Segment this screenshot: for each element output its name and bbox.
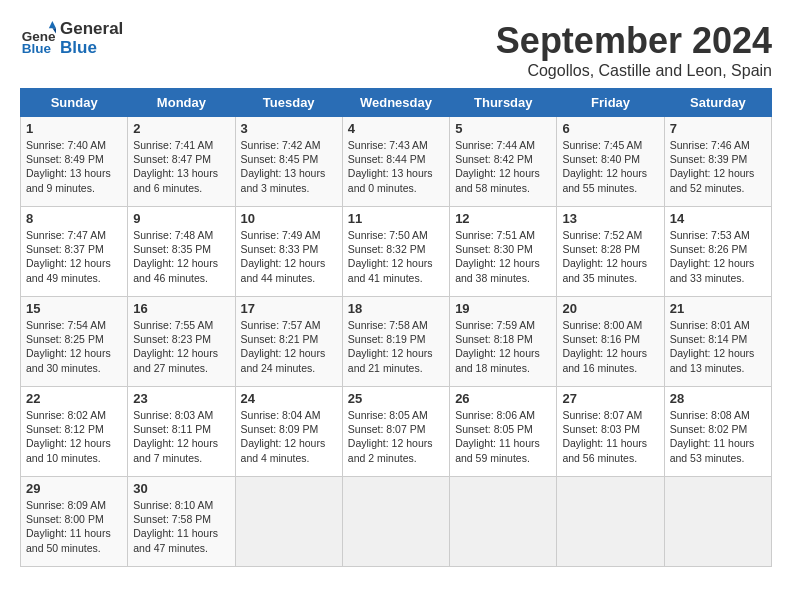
day-info: Sunrise: 8:08 AMSunset: 8:02 PMDaylight:… — [670, 409, 755, 464]
day-info: Sunrise: 8:04 AMSunset: 8:09 PMDaylight:… — [241, 409, 326, 464]
calendar-week-4: 22 Sunrise: 8:02 AMSunset: 8:12 PMDaylig… — [21, 387, 772, 477]
calendar-cell: 26 Sunrise: 8:06 AMSunset: 8:05 PMDaylig… — [450, 387, 557, 477]
day-info: Sunrise: 7:40 AMSunset: 8:49 PMDaylight:… — [26, 139, 111, 194]
day-number: 17 — [241, 301, 337, 316]
day-number: 9 — [133, 211, 229, 226]
calendar-cell: 21 Sunrise: 8:01 AMSunset: 8:14 PMDaylig… — [664, 297, 771, 387]
day-info: Sunrise: 7:57 AMSunset: 8:21 PMDaylight:… — [241, 319, 326, 374]
calendar-week-5: 29 Sunrise: 8:09 AMSunset: 8:00 PMDaylig… — [21, 477, 772, 567]
calendar-cell: 4 Sunrise: 7:43 AMSunset: 8:44 PMDayligh… — [342, 117, 449, 207]
calendar-cell: 13 Sunrise: 7:52 AMSunset: 8:28 PMDaylig… — [557, 207, 664, 297]
day-info: Sunrise: 7:49 AMSunset: 8:33 PMDaylight:… — [241, 229, 326, 284]
page-header: General Blue General Blue September 2024… — [20, 20, 772, 80]
calendar-cell: 27 Sunrise: 8:07 AMSunset: 8:03 PMDaylig… — [557, 387, 664, 477]
calendar-cell — [557, 477, 664, 567]
calendar-cell: 5 Sunrise: 7:44 AMSunset: 8:42 PMDayligh… — [450, 117, 557, 207]
day-info: Sunrise: 7:44 AMSunset: 8:42 PMDaylight:… — [455, 139, 540, 194]
calendar-cell: 28 Sunrise: 8:08 AMSunset: 8:02 PMDaylig… — [664, 387, 771, 477]
day-number: 8 — [26, 211, 122, 226]
day-info: Sunrise: 7:51 AMSunset: 8:30 PMDaylight:… — [455, 229, 540, 284]
month-title: September 2024 — [496, 20, 772, 62]
calendar-cell — [450, 477, 557, 567]
weekday-header-monday: Monday — [128, 89, 235, 117]
calendar-cell: 10 Sunrise: 7:49 AMSunset: 8:33 PMDaylig… — [235, 207, 342, 297]
day-number: 25 — [348, 391, 444, 406]
calendar-cell — [664, 477, 771, 567]
day-info: Sunrise: 7:48 AMSunset: 8:35 PMDaylight:… — [133, 229, 218, 284]
calendar-cell: 1 Sunrise: 7:40 AMSunset: 8:49 PMDayligh… — [21, 117, 128, 207]
calendar-cell: 20 Sunrise: 8:00 AMSunset: 8:16 PMDaylig… — [557, 297, 664, 387]
day-info: Sunrise: 7:45 AMSunset: 8:40 PMDaylight:… — [562, 139, 647, 194]
day-number: 4 — [348, 121, 444, 136]
day-info: Sunrise: 7:54 AMSunset: 8:25 PMDaylight:… — [26, 319, 111, 374]
day-info: Sunrise: 7:58 AMSunset: 8:19 PMDaylight:… — [348, 319, 433, 374]
calendar-cell — [235, 477, 342, 567]
day-number: 7 — [670, 121, 766, 136]
day-info: Sunrise: 8:01 AMSunset: 8:14 PMDaylight:… — [670, 319, 755, 374]
day-number: 19 — [455, 301, 551, 316]
title-block: September 2024 Cogollos, Castille and Le… — [496, 20, 772, 80]
calendar-cell: 7 Sunrise: 7:46 AMSunset: 8:39 PMDayligh… — [664, 117, 771, 207]
calendar-cell: 24 Sunrise: 8:04 AMSunset: 8:09 PMDaylig… — [235, 387, 342, 477]
day-number: 18 — [348, 301, 444, 316]
weekday-header-saturday: Saturday — [664, 89, 771, 117]
calendar-cell: 15 Sunrise: 7:54 AMSunset: 8:25 PMDaylig… — [21, 297, 128, 387]
day-number: 14 — [670, 211, 766, 226]
day-number: 27 — [562, 391, 658, 406]
day-number: 24 — [241, 391, 337, 406]
day-number: 20 — [562, 301, 658, 316]
day-number: 28 — [670, 391, 766, 406]
location-title: Cogollos, Castille and Leon, Spain — [496, 62, 772, 80]
weekday-header-friday: Friday — [557, 89, 664, 117]
day-number: 2 — [133, 121, 229, 136]
calendar-cell: 14 Sunrise: 7:53 AMSunset: 8:26 PMDaylig… — [664, 207, 771, 297]
svg-text:Blue: Blue — [22, 41, 52, 56]
calendar-cell — [342, 477, 449, 567]
day-number: 11 — [348, 211, 444, 226]
day-number: 23 — [133, 391, 229, 406]
calendar-week-2: 8 Sunrise: 7:47 AMSunset: 8:37 PMDayligh… — [21, 207, 772, 297]
day-info: Sunrise: 8:05 AMSunset: 8:07 PMDaylight:… — [348, 409, 433, 464]
day-info: Sunrise: 8:00 AMSunset: 8:16 PMDaylight:… — [562, 319, 647, 374]
calendar-cell: 11 Sunrise: 7:50 AMSunset: 8:32 PMDaylig… — [342, 207, 449, 297]
day-number: 22 — [26, 391, 122, 406]
day-number: 5 — [455, 121, 551, 136]
calendar-cell: 19 Sunrise: 7:59 AMSunset: 8:18 PMDaylig… — [450, 297, 557, 387]
day-info: Sunrise: 8:06 AMSunset: 8:05 PMDaylight:… — [455, 409, 540, 464]
day-info: Sunrise: 8:10 AMSunset: 7:58 PMDaylight:… — [133, 499, 218, 554]
day-number: 21 — [670, 301, 766, 316]
day-info: Sunrise: 7:55 AMSunset: 8:23 PMDaylight:… — [133, 319, 218, 374]
day-info: Sunrise: 8:09 AMSunset: 8:00 PMDaylight:… — [26, 499, 111, 554]
day-number: 30 — [133, 481, 229, 496]
weekday-header-wednesday: Wednesday — [342, 89, 449, 117]
day-number: 1 — [26, 121, 122, 136]
day-info: Sunrise: 7:46 AMSunset: 8:39 PMDaylight:… — [670, 139, 755, 194]
calendar-cell: 17 Sunrise: 7:57 AMSunset: 8:21 PMDaylig… — [235, 297, 342, 387]
calendar-cell: 23 Sunrise: 8:03 AMSunset: 8:11 PMDaylig… — [128, 387, 235, 477]
weekday-header-tuesday: Tuesday — [235, 89, 342, 117]
day-number: 16 — [133, 301, 229, 316]
day-number: 29 — [26, 481, 122, 496]
day-info: Sunrise: 7:52 AMSunset: 8:28 PMDaylight:… — [562, 229, 647, 284]
day-number: 6 — [562, 121, 658, 136]
calendar-week-3: 15 Sunrise: 7:54 AMSunset: 8:25 PMDaylig… — [21, 297, 772, 387]
day-info: Sunrise: 8:02 AMSunset: 8:12 PMDaylight:… — [26, 409, 111, 464]
calendar-week-1: 1 Sunrise: 7:40 AMSunset: 8:49 PMDayligh… — [21, 117, 772, 207]
calendar-cell: 6 Sunrise: 7:45 AMSunset: 8:40 PMDayligh… — [557, 117, 664, 207]
day-info: Sunrise: 7:43 AMSunset: 8:44 PMDaylight:… — [348, 139, 433, 194]
day-info: Sunrise: 8:03 AMSunset: 8:11 PMDaylight:… — [133, 409, 218, 464]
logo-general: General — [60, 19, 123, 38]
calendar-cell: 22 Sunrise: 8:02 AMSunset: 8:12 PMDaylig… — [21, 387, 128, 477]
day-number: 3 — [241, 121, 337, 136]
calendar-cell: 8 Sunrise: 7:47 AMSunset: 8:37 PMDayligh… — [21, 207, 128, 297]
calendar-cell: 2 Sunrise: 7:41 AMSunset: 8:47 PMDayligh… — [128, 117, 235, 207]
calendar-cell: 29 Sunrise: 8:09 AMSunset: 8:00 PMDaylig… — [21, 477, 128, 567]
day-info: Sunrise: 7:41 AMSunset: 8:47 PMDaylight:… — [133, 139, 218, 194]
day-info: Sunrise: 8:07 AMSunset: 8:03 PMDaylight:… — [562, 409, 647, 464]
calendar-cell: 3 Sunrise: 7:42 AMSunset: 8:45 PMDayligh… — [235, 117, 342, 207]
svg-marker-2 — [49, 21, 56, 28]
day-info: Sunrise: 7:47 AMSunset: 8:37 PMDaylight:… — [26, 229, 111, 284]
day-info: Sunrise: 7:53 AMSunset: 8:26 PMDaylight:… — [670, 229, 755, 284]
calendar-cell: 25 Sunrise: 8:05 AMSunset: 8:07 PMDaylig… — [342, 387, 449, 477]
weekday-header-sunday: Sunday — [21, 89, 128, 117]
